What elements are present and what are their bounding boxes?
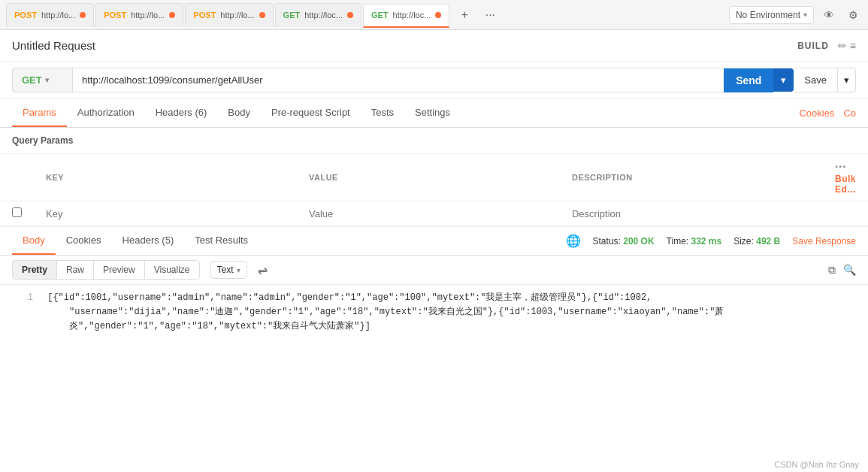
response-line-1: 1 [{"id":1001,"username":"admin","name":…: [12, 291, 856, 305]
format-tab-pretty[interactable]: Pretty: [13, 261, 57, 279]
wrap-icon[interactable]: ⇌: [258, 263, 268, 277]
tab-bar: POST http://lo... POST http://lo... POST…: [0, 0, 868, 30]
code-icon[interactable]: ≡: [850, 40, 856, 52]
cookies-link[interactable]: Cookies: [799, 100, 834, 126]
tab-url-1: http://lo...: [41, 11, 75, 20]
tab-dot-2: [169, 12, 175, 18]
description-column-header: DESCRIPTION: [560, 154, 823, 201]
tab-authorization[interactable]: Authorization: [67, 99, 145, 127]
tab-url-4: http://loc...: [304, 11, 343, 20]
tab-tests[interactable]: Tests: [361, 99, 404, 127]
co-link[interactable]: Co: [843, 100, 856, 126]
tab-params[interactable]: Params: [12, 99, 67, 127]
tab-pre-request-script[interactable]: Pre-request Script: [261, 99, 361, 127]
send-button[interactable]: Send: [724, 68, 773, 92]
params-table: KEY VALUE DESCRIPTION ··· Bulk Ed...: [0, 154, 868, 226]
response-line-2: "username":"dijia","name":"迪迦","gender":…: [12, 305, 856, 319]
key-input[interactable]: [46, 208, 285, 219]
url-input[interactable]: [72, 68, 724, 92]
environment-selector[interactable]: No Environment ▾: [729, 6, 814, 24]
response-meta: 🌐 Status: 200 OK Time: 332 ms Size: 492 …: [566, 234, 856, 248]
response-body-toolbar: Pretty Raw Preview Visualize Text ▾ ⇌ ⧉ …: [0, 256, 868, 285]
actions-col-header: ··· Bulk Ed...: [823, 154, 868, 201]
tab-dot-1: [80, 12, 86, 18]
request-title-bar: Untitled Request BUILD ✏ ≡: [0, 30, 868, 62]
row-checkbox-cell: [0, 201, 34, 226]
tab-headers[interactable]: Headers (6): [145, 99, 218, 127]
query-params-header: Query Params: [0, 128, 868, 154]
row-checkbox[interactable]: [12, 207, 22, 217]
response-tab-headers[interactable]: Headers (5): [112, 227, 185, 255]
tab-url-2: http://lo...: [131, 11, 165, 20]
save-dropdown-button[interactable]: ▾: [838, 68, 856, 92]
request-tab-2[interactable]: POST http://lo...: [95, 3, 183, 27]
json-line-2: "username":"dijia","name":"迪迦","gender":…: [47, 307, 724, 317]
time-label: Time: 332 ms: [667, 236, 722, 247]
status-label: Status: 200 OK: [593, 236, 655, 247]
request-title: Untitled Request: [12, 39, 797, 52]
row-actions-cell: [823, 201, 868, 226]
key-cell: [34, 201, 297, 226]
format-tab-raw[interactable]: Raw: [57, 261, 94, 279]
tab-dot-4: [347, 12, 353, 18]
tab-dot-3: [259, 12, 265, 18]
tab-actions: + ···: [454, 5, 501, 26]
request-tab-5[interactable]: GET http://loc...: [363, 4, 449, 28]
globe-icon: 🌐: [566, 234, 581, 248]
bulk-actions-icon[interactable]: ···: [835, 160, 846, 173]
request-tab-1[interactable]: POST http://lo...: [6, 3, 94, 27]
table-row: [0, 201, 868, 226]
save-button[interactable]: Save: [794, 68, 838, 92]
settings-icon[interactable]: ⚙: [844, 6, 862, 24]
method-badge-post-1: POST: [14, 11, 37, 20]
method-badge-get-5: GET: [371, 11, 389, 20]
copy-icon[interactable]: ⧉: [828, 264, 836, 277]
response-tabs: Body Cookies Headers (5) Test Results 🌐 …: [0, 227, 868, 256]
request-tab-4[interactable]: GET http://loc...: [275, 3, 361, 27]
response-body-content: 1 [{"id":1001,"username":"admin","name":…: [0, 285, 868, 340]
method-chevron-icon: ▾: [45, 76, 49, 84]
status-value: 200 OK: [623, 236, 654, 247]
method-badge-post-3: POST: [193, 11, 216, 20]
value-input[interactable]: [309, 208, 548, 219]
tab-body[interactable]: Body: [217, 99, 261, 127]
response-tab-test-results[interactable]: Test Results: [184, 227, 259, 255]
top-right: No Environment ▾ 👁 ⚙: [729, 6, 862, 24]
format-tab-visualize[interactable]: Visualize: [145, 261, 199, 279]
tab-url-3: http://lo...: [220, 11, 254, 20]
chevron-down-icon: ▾: [803, 11, 807, 19]
value-column-header: VALUE: [297, 154, 560, 201]
env-label: No Environment: [736, 10, 800, 20]
description-cell: [560, 201, 823, 226]
text-format-chevron-icon: ▾: [237, 266, 240, 274]
method-badge-post-2: POST: [104, 11, 126, 20]
edit-icon[interactable]: ✏: [838, 40, 847, 52]
search-icon[interactable]: 🔍: [843, 264, 856, 276]
text-format-select[interactable]: Text ▾: [210, 261, 247, 279]
req-tab-right: Cookies Co: [799, 100, 856, 126]
method-select[interactable]: GET ▾: [12, 68, 72, 92]
method-label: GET: [22, 74, 42, 86]
bulk-edit-link[interactable]: Bulk Ed...: [835, 174, 856, 195]
response-tab-cookies[interactable]: Cookies: [56, 227, 112, 255]
tab-dot-5: [435, 12, 441, 18]
time-value: 332 ms: [691, 236, 722, 247]
json-line-3: 炎","gender":"1","age":"18","mytext":"我来自…: [47, 321, 370, 331]
key-column-header: KEY: [34, 154, 297, 201]
tab-settings[interactable]: Settings: [404, 99, 461, 127]
size-label: Size: 492 B: [733, 236, 780, 247]
response-line-3: 炎","gender":"1","age":"18","mytext":"我来自…: [12, 319, 856, 334]
request-tabs: Params Authorization Headers (6) Body Pr…: [0, 99, 868, 128]
build-button[interactable]: BUILD: [797, 41, 829, 51]
format-tab-preview[interactable]: Preview: [94, 261, 145, 279]
response-tab-body[interactable]: Body: [12, 227, 56, 255]
save-response-button[interactable]: Save Response: [792, 236, 856, 247]
send-dropdown-button[interactable]: ▾: [773, 68, 794, 92]
new-tab-button[interactable]: +: [454, 5, 475, 26]
desc-input[interactable]: [572, 208, 811, 219]
send-label: Send: [736, 74, 761, 86]
eye-icon[interactable]: 👁: [820, 6, 838, 24]
checkbox-col-header: [0, 154, 34, 201]
more-tabs-button[interactable]: ···: [479, 5, 501, 26]
request-tab-3[interactable]: POST http://lo...: [185, 3, 273, 27]
